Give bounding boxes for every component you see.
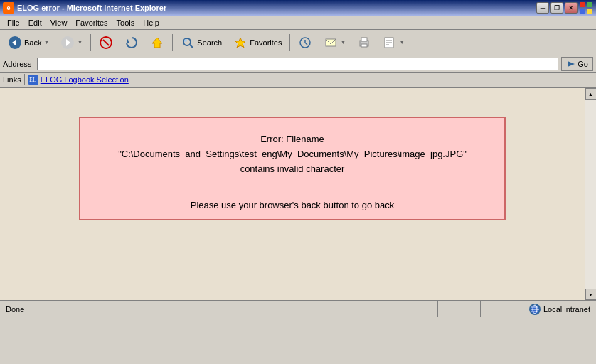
go-arrow-icon xyxy=(566,59,576,69)
error-action: Please use your browser's back button to… xyxy=(80,191,504,219)
scroll-down-button[interactable]: ▼ xyxy=(585,289,597,300)
favorites-label: Favorites xyxy=(250,38,282,47)
edit-icon xyxy=(383,36,397,50)
address-bar: Address Go xyxy=(0,55,596,73)
menu-edit[interactable]: Edit xyxy=(24,17,46,28)
menu-file[interactable]: File xyxy=(3,17,24,28)
scroll-up-button[interactable]: ▲ xyxy=(585,88,597,100)
svg-text:EL: EL xyxy=(29,77,36,83)
svg-marker-15 xyxy=(235,38,245,48)
main-area: Error: Filename "C:\Documents_and_Settin… xyxy=(0,88,596,300)
forward-icon xyxy=(60,36,75,50)
status-done-label: Done xyxy=(6,305,24,314)
error-line1: Error: Filename xyxy=(102,132,483,147)
error-box: Error: Filename "C:\Documents_and_Settin… xyxy=(79,117,506,220)
home-button[interactable] xyxy=(145,32,169,53)
minimize-button[interactable]: ─ xyxy=(536,2,549,14)
links-label: Links xyxy=(3,75,21,84)
go-label: Go xyxy=(578,60,588,68)
status-segment-3 xyxy=(481,301,523,317)
svg-marker-11 xyxy=(152,38,162,48)
links-bar: Links EL ELOG Logbook Selection xyxy=(0,73,596,88)
window-title: ELOG error - Microsoft Internet Explorer xyxy=(17,4,166,12)
title-bar: e ELOG error - Microsoft Internet Explor… xyxy=(0,0,596,16)
title-buttons: ─ ❐ ✕ xyxy=(536,2,578,14)
svg-rect-1 xyxy=(587,2,592,7)
refresh-button[interactable] xyxy=(119,32,144,53)
menu-bar: File Edit View Favorites Tools Help xyxy=(0,16,596,30)
status-segment-2 xyxy=(438,301,481,317)
svg-point-14 xyxy=(184,39,187,42)
scroll-track[interactable] xyxy=(585,100,597,289)
stop-icon xyxy=(99,36,113,50)
history-icon xyxy=(298,36,312,50)
menu-tools[interactable]: Tools xyxy=(112,17,139,28)
back-dropdown-icon: ▼ xyxy=(43,39,49,46)
title-bar-left: e ELOG error - Microsoft Internet Explor… xyxy=(3,2,166,14)
svg-point-12 xyxy=(183,38,191,46)
history-button[interactable] xyxy=(293,32,317,53)
status-segment-1 xyxy=(395,301,438,317)
toolbar-separator-2 xyxy=(172,34,173,51)
links-separator xyxy=(24,74,25,85)
search-label: Search xyxy=(197,38,222,47)
back-button[interactable]: Back ▼ xyxy=(3,32,54,53)
ie-icon: e xyxy=(3,2,14,14)
print-icon xyxy=(357,36,371,50)
status-done: Done xyxy=(0,301,395,317)
intranet-icon xyxy=(529,304,541,315)
page-content: Error: Filename "C:\Documents_and_Settin… xyxy=(0,88,585,300)
restore-button[interactable]: ❐ xyxy=(550,2,563,14)
back-label: Back xyxy=(24,38,41,47)
windows-flag-icon xyxy=(579,1,593,14)
mail-icon xyxy=(324,36,338,50)
status-bar: Done Local intranet xyxy=(0,300,596,317)
error-message: Error: Filename "C:\Documents_and_Settin… xyxy=(80,118,504,191)
svg-rect-2 xyxy=(580,9,585,14)
svg-line-13 xyxy=(190,45,193,48)
mail-button[interactable]: ▼ xyxy=(319,32,351,53)
address-input[interactable] xyxy=(37,58,558,70)
svg-rect-19 xyxy=(361,38,367,41)
svg-rect-0 xyxy=(580,2,585,7)
forward-button[interactable]: ▼ xyxy=(55,32,87,53)
toolbar-separator-3 xyxy=(289,34,290,51)
toolbar-separator-1 xyxy=(90,34,91,51)
menu-help[interactable]: Help xyxy=(139,17,164,28)
home-icon xyxy=(150,36,164,50)
edit-dropdown-icon: ▼ xyxy=(399,39,405,46)
scrollbar[interactable]: ▲ ▼ xyxy=(585,88,596,300)
edit-button[interactable]: ▼ xyxy=(378,32,410,53)
search-button[interactable]: Search xyxy=(176,32,227,53)
svg-rect-3 xyxy=(587,9,592,14)
refresh-icon xyxy=(124,36,139,50)
close-button[interactable]: ✕ xyxy=(565,2,578,14)
svg-marker-25 xyxy=(568,61,575,67)
fwd-dropdown-icon: ▼ xyxy=(77,39,83,46)
mail-dropdown-icon: ▼ xyxy=(340,39,346,46)
search-icon xyxy=(181,36,195,50)
svg-line-9 xyxy=(103,40,109,46)
error-line3: contains invalid character xyxy=(102,162,483,177)
error-line2: "C:\Documents_and_Settings\test_eng\My_D… xyxy=(102,147,483,162)
print-button[interactable] xyxy=(352,32,376,53)
elog-link-label: ELOG Logbook Selection xyxy=(41,75,129,84)
back-icon xyxy=(8,36,22,50)
menu-favorites[interactable]: Favorites xyxy=(71,17,112,28)
elog-link[interactable]: EL ELOG Logbook Selection xyxy=(28,74,129,85)
svg-rect-20 xyxy=(361,44,367,47)
go-button[interactable]: Go xyxy=(561,57,593,71)
favorites-icon xyxy=(233,36,248,50)
zone-label: Local intranet xyxy=(543,305,590,314)
favorites-button[interactable]: Favorites xyxy=(228,32,287,53)
address-label: Address xyxy=(3,60,34,68)
stop-button[interactable] xyxy=(94,32,118,53)
status-zone: Local intranet xyxy=(523,301,596,317)
toolbar: Back ▼ ▼ xyxy=(0,30,596,55)
elog-link-icon: EL xyxy=(28,74,39,85)
menu-view[interactable]: View xyxy=(46,17,72,28)
